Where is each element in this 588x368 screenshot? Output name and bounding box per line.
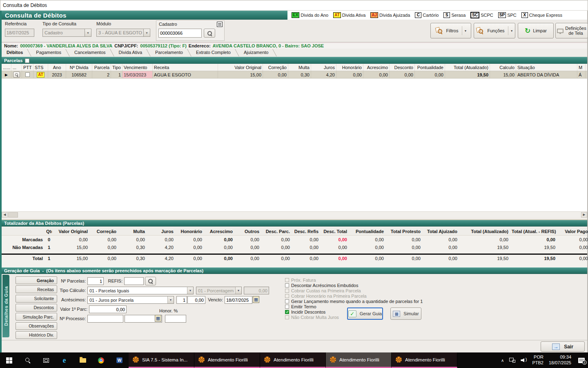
tab-cancelamentos[interactable]: Cancelamentos — [70, 49, 114, 56]
row-indicator-cell: ▶ — [2, 71, 11, 78]
list-icon[interactable] — [217, 22, 223, 27]
task-view-button[interactable] — [37, 352, 55, 368]
referencia-input[interactable] — [5, 29, 34, 37]
refis-input[interactable] — [124, 277, 144, 285]
tray-chevron-icon[interactable]: ∧ — [501, 358, 504, 363]
totalizador-cell: 0,00 — [261, 256, 292, 261]
debits-cell: 15,00 — [490, 71, 516, 78]
file-explorer-button[interactable] — [74, 352, 92, 368]
clock[interactable]: 09:34 18/07/2025 — [549, 355, 571, 366]
checkbox — [285, 278, 289, 282]
checkbox[interactable] — [285, 310, 289, 314]
tab-ajuizamento[interactable]: Ajuizamento — [240, 49, 278, 56]
chevron-down-icon[interactable]: ▼ — [143, 29, 150, 36]
tab-extrato-completo[interactable]: Extrato Completo — [192, 49, 240, 56]
guia-check-pr-x-fatura: Próx. Fatura — [285, 277, 448, 283]
guia-side-button-observa-es[interactable]: Observações — [16, 322, 57, 330]
filtros-button[interactable]: Filtros ▼ — [430, 23, 471, 38]
limpar-button[interactable]: ↻ Limpar — [518, 23, 554, 38]
scroll-left-icon[interactable]: ◄ — [2, 212, 8, 218]
guia-side-button-receitas[interactable]: Receitas — [16, 285, 57, 293]
chrome-button[interactable] — [92, 352, 110, 368]
taskbar-app[interactable]: Atendimento Fiorilli — [392, 352, 457, 368]
row-search-button[interactable] — [13, 72, 20, 78]
debits-cell: 2023 — [48, 71, 66, 78]
scrollbar-thumb[interactable] — [8, 212, 18, 218]
edge-button[interactable]: e — [55, 352, 74, 368]
debits-data-row[interactable]: ▶AT20231065822115/03/2023AGUA E ESGOTO15… — [2, 71, 587, 79]
checkbox-label: Incidir Descontos — [291, 310, 325, 314]
checkbox[interactable] — [285, 305, 289, 309]
gerar-guia-button[interactable]: ✓ Gerar Guia — [347, 307, 383, 320]
start-button[interactable] — [0, 352, 18, 368]
tab-pagamentos[interactable]: Pagamentos — [32, 49, 70, 56]
word-button[interactable]: W — [110, 352, 129, 368]
speaker-icon[interactable] — [521, 358, 527, 363]
totalizador-col-header: Total (Atualizado) — [459, 229, 510, 234]
simular-button[interactable]: ▦ Simular — [390, 307, 421, 320]
valor-parc-input[interactable] — [89, 305, 127, 313]
acrescimos-select[interactable]: 01 - Juros por Parcela ▼ — [87, 296, 174, 304]
chevron-down-icon: ▼ — [235, 287, 241, 294]
guia-side-button-gera-o[interactable]: Geração — [16, 276, 57, 284]
honor-input[interactable] — [165, 315, 186, 323]
processo-input[interactable] — [87, 315, 123, 323]
vencto-label: Vencto: — [205, 297, 223, 302]
chevron-down-icon[interactable]: ▼ — [187, 287, 193, 294]
parcelas-checkbox[interactable] — [25, 58, 29, 63]
sair-button[interactable]: → Sair — [541, 341, 585, 352]
screen: Consulta de Débitos Consulta de Débitos … — [0, 0, 588, 368]
acrescimos-valor-input[interactable] — [187, 296, 205, 304]
cadastro-input[interactable] — [158, 29, 202, 38]
chevron-down-icon[interactable]: ▼ — [85, 29, 91, 36]
modulo-select[interactable]: 3 - ÁGUA E ESGOTO ▼ — [96, 29, 150, 37]
detalhes-da-guia-tab[interactable]: Detalhes da Guia — [2, 275, 9, 337]
taskbar-app-label: Atendimento Fiorilli — [274, 357, 314, 362]
chevron-down-icon[interactable]: ▼ — [167, 296, 174, 303]
totalizador-bar: Totalizador da Aba Débitos (Parcelas) — [2, 220, 587, 227]
tab-divida-ativa[interactable]: Divida Ativa — [115, 49, 151, 56]
funcoes-button[interactable]: Funções ▼ — [474, 23, 515, 38]
vencto-input[interactable] — [225, 296, 252, 304]
legend-x: XCheque Express — [521, 12, 562, 18]
limpar-label: Limpar — [533, 28, 547, 33]
n-parcelas-input[interactable] — [87, 277, 104, 285]
totalizador-cell: 0,00 — [89, 245, 118, 250]
taskbar-app-label: SIA 7.5 - Sistema In... — [142, 357, 187, 362]
language-indicator[interactable]: POR PTB2 — [532, 355, 543, 366]
taskbar-search-button[interactable] — [18, 352, 37, 368]
guia-side-button-hist-rico-div-[interactable]: Histórico Div. — [16, 331, 57, 339]
guia-side-button-solicitante[interactable]: Solicitante — [16, 295, 57, 303]
acrescimos-qtd-input[interactable] — [176, 296, 187, 304]
taskbar-app[interactable]: Atendimento Fiorilli — [326, 352, 392, 368]
calculator-icon[interactable]: ▦ — [155, 315, 161, 322]
checkbox[interactable] — [285, 283, 289, 287]
totalizador-cell: 0,00 — [349, 256, 385, 261]
guia-side-button-simula-o-parc-[interactable]: Simulação Parc. — [16, 313, 57, 321]
totalizador-cell: 0,00 — [147, 237, 175, 242]
tab-d-bitos[interactable]: Débitos — [2, 49, 32, 56]
totalizador-cell: 0,00 — [261, 245, 292, 250]
taskbar-app[interactable]: SIA 7.5 - Sistema In... — [129, 352, 194, 368]
scroll-right-icon[interactable]: ► — [581, 212, 587, 218]
taskbar-app[interactable]: Atendimento Fiorilli — [194, 352, 260, 368]
tipo-calculo-select[interactable]: 01 - Parcelas Iguais ▼ — [87, 287, 194, 294]
taskbar-app[interactable]: Atendimento Fiorilli — [260, 352, 326, 368]
checkbox-label: Próx. Fatura — [291, 278, 316, 283]
guia-side-button-descontos[interactable]: Descontos — [16, 304, 57, 312]
modulo-label: Módulo — [96, 21, 111, 26]
legend-code-icon: AT — [333, 12, 341, 18]
tipo-consulta-select[interactable]: Cadastro ▼ — [42, 29, 91, 37]
totalizador-cell: 0,00 — [349, 237, 385, 242]
cadastro-search-button[interactable] — [204, 29, 215, 38]
tab-parcelamento[interactable]: Parcelamento — [151, 49, 192, 56]
definicoes-tela-button[interactable]: Definições de Tela — [555, 23, 588, 38]
checkbox[interactable] — [285, 299, 289, 303]
notification-icon[interactable]: 1 — [578, 358, 585, 363]
calendar-icon[interactable]: ▦ — [253, 296, 259, 303]
horizontal-scrollbar[interactable]: ◄ ► — [2, 211, 587, 218]
network-icon[interactable] — [509, 358, 515, 363]
refis-search-button[interactable] — [145, 277, 156, 285]
row-checkbox[interactable] — [25, 72, 30, 77]
guia-form: Nº Parcelas: REFIS: Tipo Cálculo: 01 - P… — [58, 276, 287, 338]
